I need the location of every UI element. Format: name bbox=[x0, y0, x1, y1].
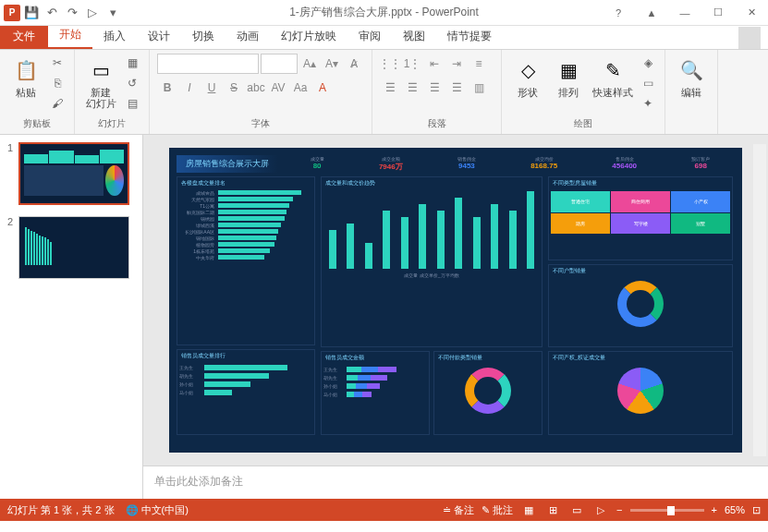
tab-transitions[interactable]: 切换 bbox=[181, 24, 226, 49]
slide-thumbnail-2[interactable]: 2 bbox=[7, 216, 135, 279]
format-painter-icon[interactable]: 🖌 bbox=[48, 94, 67, 113]
font-size-select[interactable] bbox=[261, 54, 298, 74]
tab-slideshow[interactable]: 幻灯片放映 bbox=[270, 24, 347, 49]
align-left-icon[interactable]: ☰ bbox=[380, 78, 400, 98]
zoom-in-button[interactable]: + bbox=[712, 504, 717, 515]
shapes-icon: ◇ bbox=[513, 55, 542, 85]
panel-room-type: 不同户型销量 bbox=[548, 264, 733, 348]
zoom-out-button[interactable]: − bbox=[616, 504, 622, 515]
arrange-icon: ▦ bbox=[554, 55, 583, 85]
room-type-donut-chart bbox=[617, 281, 664, 327]
reset-icon[interactable]: ↺ bbox=[123, 74, 141, 92]
save-icon[interactable]: 💾 bbox=[22, 4, 41, 22]
property-pie-chart bbox=[617, 368, 664, 414]
section-icon[interactable]: ▤ bbox=[123, 94, 141, 113]
cut-icon[interactable]: ✂ bbox=[48, 54, 67, 72]
tab-home[interactable]: 开始 bbox=[48, 22, 92, 49]
shape-outline-icon[interactable]: ▭ bbox=[639, 74, 657, 92]
status-bar: 幻灯片 第 1 张，共 2 张 🌐 中文(中国) ≐ 备注 ✎ 批注 ▦ ⊞ ▭… bbox=[0, 499, 768, 521]
indent-inc-icon[interactable]: ⇥ bbox=[446, 54, 467, 74]
metrics-row: 成交量80成交金额7946万销售佣金9453成交均价8168.75售后佣金456… bbox=[286, 156, 735, 172]
shape-effects-icon[interactable]: ✦ bbox=[639, 94, 657, 113]
zoom-level[interactable]: 65% bbox=[725, 504, 745, 515]
slide-thumbnail-1[interactable]: 1 bbox=[7, 142, 135, 205]
layout-icon[interactable]: ▦ bbox=[123, 54, 141, 72]
numbering-icon[interactable]: 1⋮ bbox=[402, 54, 422, 74]
font-color-button[interactable]: A bbox=[312, 78, 333, 98]
font-name-select[interactable] bbox=[157, 54, 259, 74]
shadow-button[interactable]: abc bbox=[246, 78, 266, 98]
ribbon-toggle-button[interactable]: ▲ bbox=[639, 4, 664, 22]
arrange-button[interactable]: ▦ 排列 bbox=[550, 54, 587, 100]
qat-more-icon[interactable]: ▾ bbox=[104, 4, 122, 22]
minimize-button[interactable]: — bbox=[672, 4, 698, 22]
close-button[interactable]: ✕ bbox=[738, 4, 764, 22]
shrink-font-icon[interactable]: A▾ bbox=[322, 54, 342, 74]
quick-access-toolbar: P 💾 ↶ ↷ ▷ ▾ bbox=[4, 4, 122, 22]
shapes-button[interactable]: ◇ 形状 bbox=[509, 54, 546, 100]
vertical-scrollbar[interactable] bbox=[753, 144, 766, 456]
panel-sales-rank: 销售员成交量排行 王先生胡先生孙小姐马小姐 bbox=[177, 349, 315, 435]
tab-file[interactable]: 文件 bbox=[0, 24, 48, 49]
copy-icon[interactable]: ⎘ bbox=[48, 74, 67, 92]
tab-review[interactable]: 审阅 bbox=[347, 24, 392, 49]
spacing-button[interactable]: AV bbox=[268, 78, 288, 98]
powerpoint-logo-icon: P bbox=[4, 5, 20, 21]
tab-insert[interactable]: 插入 bbox=[92, 24, 137, 49]
ribbon-group-clipboard: 📋 粘贴 ✂ ⎘ 🖌 剪贴板 bbox=[0, 50, 75, 134]
strike-button[interactable]: S bbox=[224, 78, 244, 98]
help-button[interactable]: ? bbox=[605, 4, 631, 22]
notes-toggle[interactable]: ≐ 备注 bbox=[443, 503, 474, 517]
payment-donut-chart bbox=[465, 368, 511, 414]
maximize-button[interactable]: ☐ bbox=[705, 4, 731, 22]
language-indicator[interactable]: 🌐 中文(中国) bbox=[126, 503, 189, 517]
bold-button[interactable]: B bbox=[157, 78, 177, 98]
underline-button[interactable]: U bbox=[201, 78, 222, 98]
tab-storyline[interactable]: 情节提要 bbox=[436, 24, 503, 49]
paste-button[interactable]: 📋 粘贴 bbox=[7, 54, 44, 100]
normal-view-icon[interactable]: ▦ bbox=[520, 502, 537, 518]
italic-button[interactable]: I bbox=[179, 78, 200, 98]
reading-view-icon[interactable]: ▭ bbox=[568, 502, 585, 518]
clear-format-icon[interactable]: A̷ bbox=[344, 54, 364, 74]
new-slide-button[interactable]: ▭ 新建 幻灯片 bbox=[82, 54, 119, 111]
quick-styles-button[interactable]: ✎ 快速样式 bbox=[591, 54, 635, 100]
redo-icon[interactable]: ↷ bbox=[63, 4, 81, 22]
indent-dec-icon[interactable]: ⇤ bbox=[424, 54, 445, 74]
comments-toggle[interactable]: ✎ 批注 bbox=[482, 503, 513, 517]
columns-icon[interactable]: ▥ bbox=[469, 78, 489, 98]
user-avatar-icon[interactable] bbox=[738, 27, 761, 49]
slide-content[interactable]: 房屋销售综合展示大屏 成交量80成交金额7946万销售佣金9453成交均价816… bbox=[169, 148, 742, 453]
quick-styles-icon: ✎ bbox=[598, 55, 628, 85]
thumb-1-preview bbox=[18, 142, 129, 205]
window-controls: ? ▲ — ☐ ✕ bbox=[605, 4, 764, 22]
canvas-area[interactable]: 房屋销售综合展示大屏 成交量80成交金额7946万销售佣金9453成交均价816… bbox=[143, 135, 768, 466]
paste-icon: 📋 bbox=[11, 55, 41, 85]
case-button[interactable]: Aa bbox=[290, 78, 311, 98]
fit-to-window-icon[interactable]: ⊡ bbox=[752, 504, 761, 516]
sorter-view-icon[interactable]: ⊞ bbox=[544, 502, 561, 518]
thumb-2-preview bbox=[18, 216, 129, 279]
grow-font-icon[interactable]: A▴ bbox=[299, 54, 320, 74]
bullets-icon[interactable]: ⋮⋮ bbox=[380, 54, 400, 74]
tab-design[interactable]: 设计 bbox=[137, 24, 181, 49]
undo-icon[interactable]: ↶ bbox=[43, 4, 61, 22]
ribbon-group-paragraph: ⋮⋮ 1⋮ ⇤ ⇥ ≡ ☰ ☰ ☰ ☰ ▥ 段落 bbox=[372, 50, 502, 134]
tab-animations[interactable]: 动画 bbox=[226, 24, 270, 49]
slideshow-view-icon[interactable]: ▷ bbox=[592, 502, 609, 518]
line-spacing-icon[interactable]: ≡ bbox=[469, 54, 489, 74]
shape-fill-icon[interactable]: ◈ bbox=[639, 54, 657, 72]
find-button[interactable]: 🔍 编辑 bbox=[673, 54, 710, 100]
find-icon: 🔍 bbox=[677, 55, 706, 85]
align-right-icon[interactable]: ☰ bbox=[424, 78, 445, 98]
justify-icon[interactable]: ☰ bbox=[446, 78, 467, 98]
notes-pane[interactable]: 单击此处添加备注 bbox=[143, 466, 768, 499]
slideshow-icon[interactable]: ▷ bbox=[83, 4, 102, 22]
ribbon-group-font: A▴ A▾ A̷ B I U S abc AV Aa A 字体 bbox=[150, 50, 372, 134]
ribbon-tabs: 文件 开始 插入 设计 切换 动画 幻灯片放映 审阅 视图 情节提要 bbox=[0, 26, 768, 50]
align-center-icon[interactable]: ☰ bbox=[402, 78, 422, 98]
zoom-slider[interactable] bbox=[630, 509, 704, 512]
ribbon-group-slides: ▭ 新建 幻灯片 ▦ ↺ ▤ 幻灯片 bbox=[75, 50, 150, 134]
tab-view[interactable]: 视图 bbox=[392, 24, 436, 49]
window-title: 1-房产销售综合大屏.pptx - PowerPoint bbox=[289, 5, 479, 20]
